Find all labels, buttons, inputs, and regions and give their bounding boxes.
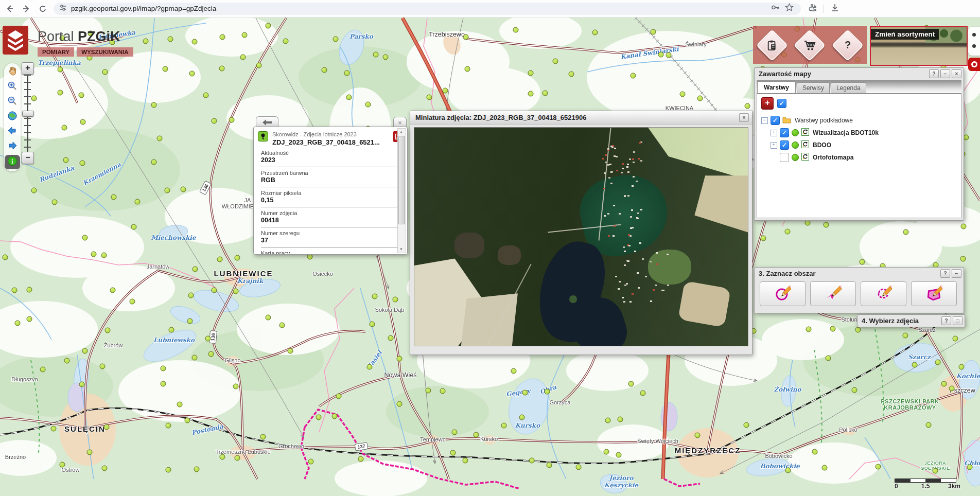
draw-freehand-button[interactable] <box>861 281 906 306</box>
photo-point[interactable] <box>233 288 238 294</box>
photo-point[interactable] <box>266 315 271 321</box>
photo-point[interactable] <box>184 418 190 423</box>
info-back-button[interactable] <box>256 116 278 128</box>
photo-point[interactable] <box>442 88 448 94</box>
draw-arrow-button[interactable] <box>810 281 856 306</box>
photo-point[interactable] <box>103 424 109 430</box>
photo-point[interactable] <box>680 91 686 97</box>
photo-point[interactable] <box>168 327 174 333</box>
photo-point[interactable] <box>157 136 163 141</box>
photo-point[interactable] <box>344 70 350 76</box>
photo-point[interactable] <box>658 51 663 57</box>
photo-point[interactable] <box>513 27 518 32</box>
tab-warstwy[interactable]: Warstwy <box>757 81 796 93</box>
photo-point[interactable] <box>241 32 247 38</box>
photo-point[interactable] <box>27 287 32 292</box>
photo-point[interactable] <box>163 66 168 72</box>
photo-point[interactable] <box>511 368 517 374</box>
layers-help-button[interactable]: ? <box>929 69 939 78</box>
photo-point[interactable] <box>99 363 105 369</box>
photo-point[interactable] <box>358 456 364 462</box>
photo-point[interactable] <box>181 187 186 192</box>
photo-point[interactable] <box>86 449 92 455</box>
tree-expander[interactable]: − <box>761 117 768 124</box>
photo-point[interactable] <box>805 220 811 226</box>
photo-point[interactable] <box>426 94 432 100</box>
downloads-icon[interactable] <box>830 3 839 14</box>
photo-point[interactable] <box>592 30 598 36</box>
photo-point[interactable] <box>192 267 198 272</box>
change-assortment-button[interactable]: Zmień asortyment <box>870 26 968 66</box>
layer-checkbox[interactable]: ✓ <box>780 140 789 150</box>
photo-point[interactable] <box>58 90 63 96</box>
photo-point[interactable] <box>519 415 524 420</box>
browser-reload-button[interactable] <box>36 2 49 15</box>
photo-point[interactable] <box>785 467 791 473</box>
photo-point[interactable] <box>102 69 108 75</box>
photo-point[interactable] <box>935 359 940 365</box>
master-visibility-checkbox[interactable]: ✓ <box>777 99 786 108</box>
photo-point[interactable] <box>166 467 171 472</box>
photo-point[interactable] <box>473 432 479 437</box>
photo-point[interactable] <box>785 228 791 234</box>
photo-point[interactable] <box>14 320 20 326</box>
photo-point[interactable] <box>605 418 611 423</box>
photo-point[interactable] <box>283 39 289 44</box>
photo-point[interactable] <box>105 328 111 333</box>
photo-point[interactable] <box>463 458 468 464</box>
browser-forward-button[interactable] <box>20 2 33 15</box>
photo-point[interactable] <box>388 335 393 341</box>
edge-collapsed-toolbar[interactable] <box>968 27 980 56</box>
photo-point[interactable] <box>824 222 829 228</box>
photo-point[interactable] <box>219 454 225 460</box>
photo-point[interactable] <box>101 252 107 258</box>
aerial-photo-thumbnail[interactable] <box>414 127 748 346</box>
photo-point[interactable] <box>164 188 170 193</box>
layers-minimize-button[interactable]: − <box>940 69 950 78</box>
photo-point[interactable] <box>61 125 67 130</box>
photo-point[interactable] <box>188 293 194 298</box>
photo-point[interactable] <box>220 34 225 40</box>
photo-point[interactable] <box>451 430 457 435</box>
scroll-thumb[interactable] <box>398 136 405 224</box>
photo-point[interactable] <box>963 135 969 140</box>
photo-point[interactable] <box>745 103 750 109</box>
draw-circle-button[interactable] <box>760 281 806 306</box>
photo-point[interactable] <box>628 381 634 387</box>
url-text[interactable]: pzgik.geoportal.gov.pl/imap/?gpmap=gpZdj… <box>71 5 771 12</box>
photo-point[interactable] <box>78 92 84 98</box>
photo-point[interactable] <box>63 157 69 163</box>
photo-point[interactable] <box>372 294 378 299</box>
photo-point[interactable] <box>135 199 141 205</box>
photo-point[interactable] <box>151 102 157 108</box>
photo-point[interactable] <box>546 462 552 468</box>
photo-point[interactable] <box>143 38 149 44</box>
photo-point[interactable] <box>333 36 339 42</box>
brand-tab-pomiary[interactable]: POMIARY <box>38 47 74 57</box>
brand-tab-wyszukiwania[interactable]: WYSZUKIWANIA <box>77 47 133 57</box>
layer-label[interactable]: Wizualizacja BDOT10k <box>813 129 879 136</box>
photo-point[interactable] <box>440 388 446 394</box>
photo-point[interactable] <box>617 416 623 422</box>
photo-point[interactable] <box>187 318 192 324</box>
photo-point[interactable] <box>160 365 166 371</box>
photo-point[interactable] <box>336 393 342 399</box>
photo-point[interactable] <box>855 327 861 333</box>
photo-point[interactable] <box>961 223 967 229</box>
site-settings-icon[interactable] <box>59 4 67 14</box>
photo-point[interactable] <box>79 160 85 166</box>
scroll-up-arrow[interactable]: ▲ <box>398 130 404 134</box>
add-layer-button[interactable]: + <box>761 97 774 110</box>
photo-point[interactable] <box>240 54 246 60</box>
photo-point[interactable] <box>463 34 469 40</box>
photo-point[interactable] <box>568 71 574 77</box>
photo-point[interactable] <box>101 465 107 471</box>
photo-point[interactable] <box>666 52 671 58</box>
layer-label[interactable]: Ortofotomapa <box>813 154 853 161</box>
info-scrollbar[interactable]: ▲ ▼ <box>397 128 406 253</box>
identify-button[interactable]: i <box>5 155 20 169</box>
photo-point[interactable] <box>366 364 372 370</box>
photo-point[interactable] <box>80 119 85 125</box>
photo-point[interactable] <box>450 450 456 456</box>
scroll-down-arrow[interactable]: ▼ <box>398 247 404 252</box>
